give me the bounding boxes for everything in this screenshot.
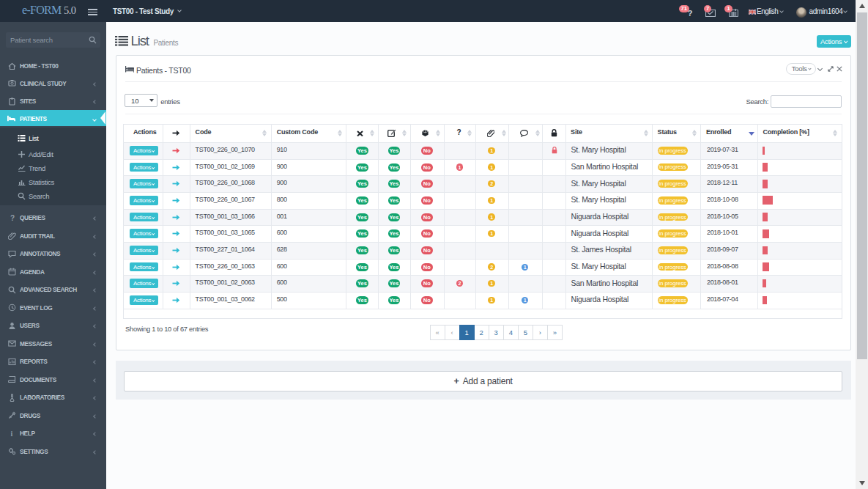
- svg-text:i: i: [11, 430, 13, 438]
- svg-text:?: ?: [10, 214, 15, 222]
